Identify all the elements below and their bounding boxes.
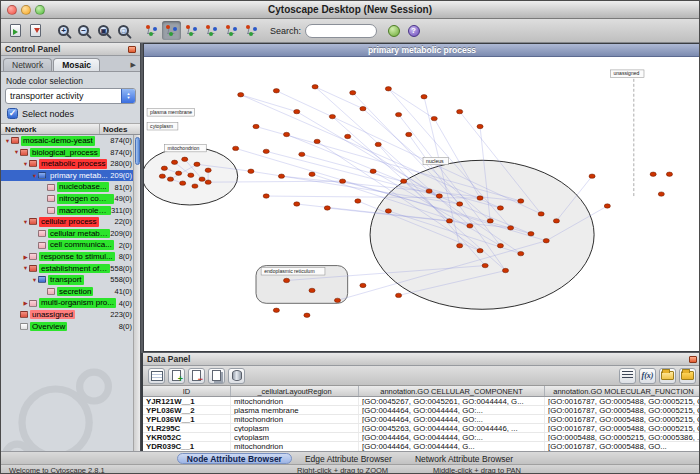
graph-node[interactable] (385, 209, 391, 213)
table-row-ypl036w-2[interactable]: YPL036W__2plasma membrane[GO:0044464, GO… (143, 406, 700, 415)
graph-node[interactable] (167, 177, 173, 181)
column-header-id[interactable]: ID (143, 386, 231, 396)
graph-node[interactable] (538, 212, 544, 216)
table-cell[interactable]: mitochondrion (231, 415, 359, 423)
table-cell[interactable]: [GO:0016787, GO:0005488, GO:0005215, GO:… (545, 424, 700, 432)
tree-expand-icon[interactable]: ▼ (22, 161, 29, 167)
graph-edge[interactable] (388, 89, 434, 119)
tree-item-secretion[interactable]: secretion41(0) (1, 286, 140, 298)
table-cell[interactable]: [GO:0044464, GO:0044444, GO:... (359, 415, 545, 423)
graph-node[interactable] (436, 194, 442, 198)
graph-node[interactable] (650, 172, 656, 176)
graph-node[interactable] (528, 232, 534, 236)
table-cell[interactable]: [GO:0005488, GO:0005215, GO:0005386, ... (545, 433, 700, 441)
table-cell[interactable]: YPL036W__1 (143, 415, 231, 423)
graph-node[interactable] (263, 149, 269, 153)
delete-attribute-icon[interactable] (188, 368, 205, 384)
graph-node[interactable] (180, 181, 186, 185)
graph-node[interactable] (477, 248, 483, 252)
match-attribute-icon[interactable] (208, 368, 225, 384)
graph-edge[interactable] (241, 95, 297, 112)
tree-item-macromolecule[interactable]: macromolecule...311(0) (1, 205, 140, 217)
tab-edge-attribute-browser[interactable]: Edge Attribute Browser (295, 453, 402, 464)
tab-node-attribute-browser[interactable]: Node Attribute Browser (177, 453, 292, 464)
graph-node[interactable] (457, 109, 463, 113)
table-cell[interactable]: [GO:0016787, GO:0005488, GO:0005215, G..… (545, 406, 700, 414)
graph-node[interactable] (457, 244, 463, 248)
tree-expand-icon[interactable]: ▼ (22, 265, 29, 271)
graph-node[interactable] (182, 157, 188, 161)
graph-node[interactable] (553, 219, 559, 223)
table-cell[interactable]: cytoplasm (231, 424, 359, 432)
tree-item-metabolic-process[interactable]: ▼metabolic process280(0) (1, 158, 140, 170)
graph-node[interactable] (482, 263, 488, 267)
tree-expand-icon[interactable]: ▶ (22, 300, 29, 306)
import-attributes-icon[interactable] (659, 368, 676, 384)
graph-node[interactable] (426, 189, 432, 193)
graph-node[interactable] (360, 106, 366, 110)
graph-node[interactable] (396, 293, 402, 297)
graph-node[interactable] (360, 283, 366, 287)
vizmapper-icon[interactable] (202, 21, 221, 40)
tree-item-biological-process[interactable]: ▼biological_process874(0) (1, 147, 140, 159)
graph-node[interactable] (350, 91, 356, 95)
graph-node[interactable] (329, 114, 335, 118)
table-row-yjr121w-1[interactable]: YJR121W__1mitochondrion[GO:0045267, GO:0… (143, 397, 700, 406)
table-cell[interactable]: YLR295C (143, 424, 231, 432)
graph-node[interactable] (543, 239, 549, 243)
tree-item-transport[interactable]: ▼transport558(0) (1, 274, 140, 286)
graph-node[interactable] (312, 85, 318, 89)
graph-node[interactable] (192, 184, 198, 188)
network-view-title[interactable]: primary metabolic process (144, 44, 700, 57)
graph-node[interactable] (497, 244, 503, 248)
tree-expand-icon[interactable]: ▼ (4, 138, 11, 144)
graph-node[interactable] (406, 132, 412, 136)
column-header-annotation-go-molecular-function[interactable]: annotation.GO MOLECULAR_FUNCTION (545, 386, 700, 396)
column-header-annotation-go-cellular-component[interactable]: annotation.GO CELLULAR_COMPONENT (359, 386, 545, 396)
tree-item-primary-metab[interactable]: ▼primary metab...209(0) (1, 170, 140, 182)
tree-scrollbar[interactable] (133, 135, 140, 451)
graph-node[interactable] (284, 132, 290, 136)
graph-node[interactable] (188, 173, 194, 177)
graph-node[interactable] (421, 95, 427, 99)
table-cell[interactable]: [GO:0044464, GO:0044444, GO:... (359, 433, 545, 441)
graph-node[interactable] (171, 160, 177, 164)
tree-item-nucleobase[interactable]: nucleobase...81(0) (1, 181, 140, 193)
table-cell[interactable]: mitochondrion (231, 397, 359, 405)
graph-node[interactable] (161, 166, 167, 170)
window-titlebar[interactable]: Cytoscape Desktop (New Session) (1, 1, 699, 19)
graph-node[interactable] (314, 139, 320, 143)
minimize-window-button[interactable] (21, 5, 31, 15)
graph-node[interactable] (304, 313, 310, 317)
graph-node[interactable] (309, 288, 315, 292)
graph-node[interactable] (238, 93, 244, 97)
graph-node[interactable] (518, 199, 524, 203)
graph-node[interactable] (487, 219, 493, 223)
table-cell[interactable]: YPL036W__2 (143, 406, 231, 414)
table-row-ylr295c[interactable]: YLR295Ccytoplasm[GO:0045263, GO:0044444,… (143, 424, 700, 433)
dropdown-arrow-icon[interactable]: ▲▼ (121, 89, 135, 103)
tree-expand-icon[interactable]: ▶ (22, 254, 29, 260)
graph-node[interactable] (299, 152, 305, 156)
table-cell[interactable]: [GO:0016787, GO:0005488, GO:0005215, G..… (545, 397, 700, 405)
column-header-cellularlayoutregion[interactable]: _cellularLayoutRegion (231, 386, 359, 396)
graph-node[interactable] (604, 204, 610, 208)
graph-node[interactable] (355, 199, 361, 203)
graph-node[interactable] (294, 202, 300, 206)
graph-node[interactable] (324, 206, 330, 210)
graph-node[interactable] (477, 196, 483, 200)
graph-node[interactable] (658, 192, 664, 196)
table-cell[interactable]: [GO:0016787, GO:0005488, GO... (545, 442, 700, 450)
graph-node[interactable] (248, 169, 254, 173)
graph-node[interactable] (370, 169, 376, 173)
function-builder-icon[interactable]: f(x) (639, 368, 656, 384)
tree-scrollbar-thumb[interactable] (135, 137, 140, 165)
graph-edge[interactable] (297, 112, 440, 196)
graph-node[interactable] (205, 180, 211, 184)
tree-item-cellular-process[interactable]: ▼cellular process22(0) (1, 216, 140, 228)
database-icon[interactable] (228, 368, 245, 384)
table-row-ykr052c[interactable]: YKR052Ccytoplasm[GO:0044464, GO:0044444,… (143, 433, 700, 442)
help-icon[interactable]: ? (404, 21, 423, 40)
plugin-manager-icon[interactable] (384, 21, 403, 40)
graph-node[interactable] (396, 112, 402, 116)
